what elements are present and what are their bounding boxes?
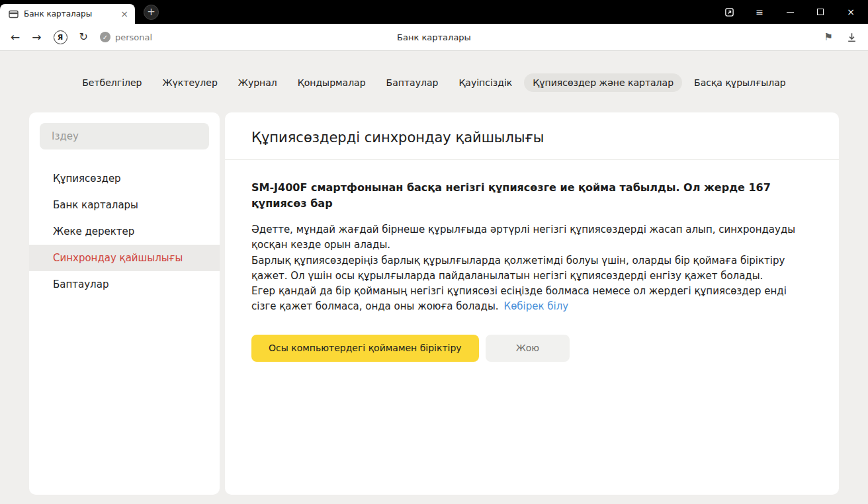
conflict-paragraph-2: Барлық құпиясөздеріңіз барлық құрылғылар…	[251, 253, 804, 284]
settings-nav-tabs: Бетбелгілер Жүктеулер Журнал Қондырмалар…	[0, 50, 868, 92]
merge-storage-button[interactable]: Осы компьютердегі қоймамен біріктіру	[251, 335, 479, 362]
menu-icon[interactable]: ≡	[754, 7, 765, 17]
conflict-heading: SM-J400F смартфонынан басқа негізгі құпи…	[251, 180, 801, 212]
main-panel: Құпиясөздерді синхрондау қайшылығы SM-J4…	[225, 112, 839, 495]
tab-other-devices[interactable]: Басқа құрылғылар	[685, 73, 795, 92]
protect-shield-icon: ✓	[100, 32, 110, 42]
maximize-button[interactable]	[815, 7, 826, 17]
bookmark-icon[interactable]: ⚑	[824, 32, 833, 42]
yandex-logo-icon[interactable]: Я	[54, 30, 67, 44]
sidebar-menu: Құпиясөздер Банк карталары Жеке деректер…	[40, 165, 209, 298]
protect-label: personal	[115, 32, 152, 42]
content-area: Құпиясөздер Банк карталары Жеке деректер…	[29, 112, 839, 495]
minimize-button[interactable]	[785, 7, 795, 17]
browser-window: Банк карталары × + ≡ × ← → Я ↻ ✓ persona…	[0, 0, 868, 504]
conflict-paragraph-3: Егер қандай да бір қойманың негізгі құпи…	[251, 284, 804, 315]
side-panel-icon[interactable]	[724, 7, 734, 17]
minimize-icon	[787, 12, 794, 13]
sidebar: Құпиясөздер Банк карталары Жеке деректер…	[29, 112, 220, 495]
sidebar-item-sync-conflict[interactable]: Синхрондау қайшылығы	[29, 245, 220, 271]
page-title: Құпиясөздерді синхрондау қайшылығы	[251, 130, 812, 146]
toolbar: ← → Я ↻ ✓ personal Банк карталары ⚑	[0, 24, 868, 50]
tab-title: Банк карталары	[24, 9, 115, 19]
browser-tab[interactable]: Банк карталары ×	[0, 4, 135, 24]
tab-passwords-and-cards[interactable]: Құпиясөздер және карталар	[524, 73, 682, 92]
protect-badge[interactable]: ✓ personal	[100, 32, 152, 42]
titlebar: Банк карталары × + ≡ ×	[0, 0, 868, 24]
tab-settings[interactable]: Баптаулар	[378, 73, 447, 92]
plus-icon: +	[147, 7, 155, 17]
toolbar-left: ← → Я ↻ ✓ personal	[11, 30, 152, 44]
new-tab-button[interactable]: +	[144, 5, 159, 20]
tab-security[interactable]: Қауіпсіздік	[450, 73, 521, 92]
settings-page: Бетбелгілер Жүктеулер Журнал Қондырмалар…	[0, 50, 868, 504]
main-header: Құпиясөздерді синхрондау қайшылығы	[225, 112, 839, 160]
tab-extensions[interactable]: Қондырмалар	[289, 73, 374, 92]
maximize-icon	[817, 9, 824, 15]
close-window-button[interactable]: ×	[846, 7, 856, 17]
action-buttons: Осы компьютердегі қоймамен біріктіру Жою	[251, 335, 812, 362]
sidebar-item-passwords[interactable]: Құпиясөздер	[29, 165, 220, 192]
conflict-paragraph-1: Әдетте, мұндай жағдай бірнеше құрылғыда …	[251, 222, 804, 253]
download-icon[interactable]	[846, 32, 857, 43]
delete-button[interactable]: Жою	[486, 335, 570, 362]
tab-close-icon[interactable]: ×	[120, 9, 128, 19]
learn-more-link[interactable]: Көбірек білу	[504, 300, 569, 312]
window-controls: ≡ ×	[724, 7, 868, 17]
sidebar-item-personal-data[interactable]: Жеке деректер	[29, 218, 220, 245]
refresh-icon[interactable]: ↻	[79, 32, 88, 42]
sidebar-item-bank-cards[interactable]: Банк карталары	[29, 192, 220, 218]
tab-bookmarks[interactable]: Бетбелгілер	[73, 73, 150, 92]
main-body: SM-J400F смартфонынан басқа негізгі құпи…	[225, 160, 839, 382]
tab-history[interactable]: Журнал	[230, 73, 286, 92]
toolbar-right: ⚑	[824, 32, 857, 43]
search-input[interactable]	[40, 123, 209, 149]
forward-icon[interactable]: →	[32, 32, 41, 43]
tab-downloads[interactable]: Жүктеулер	[153, 73, 226, 92]
sidebar-item-settings[interactable]: Баптаулар	[29, 271, 220, 298]
back-icon[interactable]: ←	[11, 32, 20, 43]
tab-favicon-icon	[8, 9, 19, 19]
